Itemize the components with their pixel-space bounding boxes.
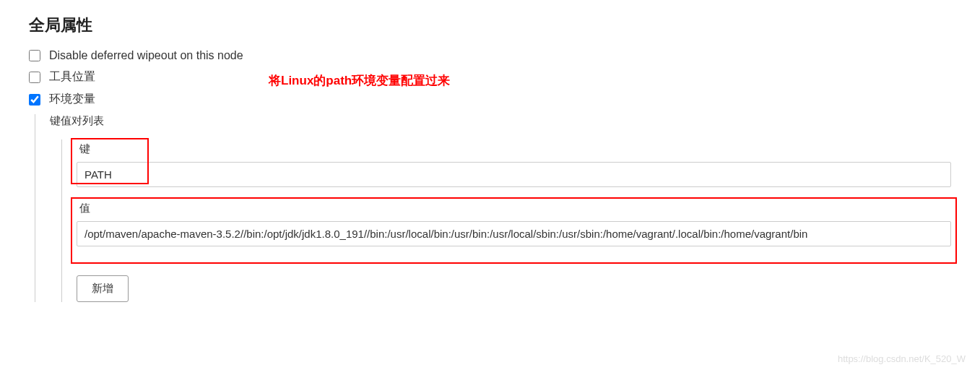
env-vars-label: 环境变量 <box>49 92 95 107</box>
value-input[interactable] <box>77 221 951 246</box>
disable-wipeout-label: Disable deferred wipeout on this node <box>49 49 243 62</box>
checkbox-row-disable-wipeout: Disable deferred wipeout on this node <box>29 49 951 62</box>
key-label: 键 <box>79 142 951 156</box>
kv-list-label: 键值对列表 <box>50 114 951 128</box>
add-button[interactable]: 新增 <box>77 275 129 302</box>
tool-location-checkbox[interactable] <box>29 72 40 83</box>
key-field-group: 键 <box>77 142 951 187</box>
checkbox-row-env-vars: 环境变量 <box>29 92 951 107</box>
env-vars-checkbox[interactable] <box>29 94 40 106</box>
kv-pair-block: 键 值 新增 <box>61 139 951 302</box>
env-vars-section: 键值对列表 键 值 新增 <box>35 114 951 302</box>
disable-wipeout-checkbox[interactable] <box>29 50 40 61</box>
value-field-group: 值 <box>77 202 951 246</box>
tool-location-label: 工具位置 <box>49 69 95 85</box>
checkbox-row-tool-location: 工具位置 <box>29 69 95 85</box>
key-input[interactable] <box>77 162 951 187</box>
section-title: 全局属性 <box>29 14 951 36</box>
annotation-text: 将Linux的path环境变量配置过来 <box>269 72 450 89</box>
value-label: 值 <box>79 202 951 215</box>
